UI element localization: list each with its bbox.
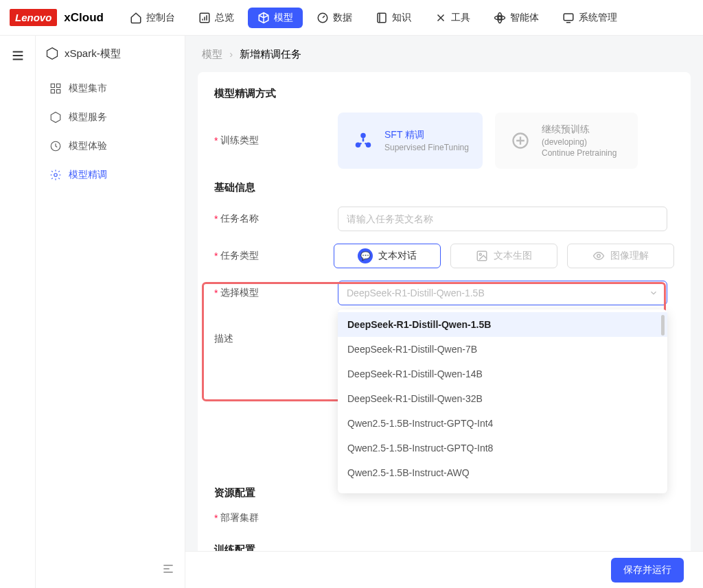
top-navigation: Lenovo xCloud 控制台 总览 模型 数据 知识 工具 智能体 系统管…: [0, 0, 703, 36]
model-option[interactable]: Qwen2.5-3B-Instruct: [338, 485, 667, 493]
nav-label: 模型: [274, 12, 293, 24]
model-option[interactable]: DeepSeek-R1-Distill-Qwen-14B: [338, 362, 667, 386]
main-content: 模型 › 新增精调任务 模型精调方式 *训练类型 SFT 精调 Supervis…: [185, 36, 703, 588]
nav-knowledge[interactable]: 知识: [366, 8, 421, 28]
svg-rect-2: [378, 13, 386, 23]
model-option[interactable]: Qwen2.5-1.5B-Instruct-GPTQ-Int4: [338, 411, 667, 436]
svg-rect-6: [564, 14, 573, 21]
svg-point-12: [54, 174, 58, 177]
screen-icon: [562, 12, 575, 24]
nav-label: 控制台: [146, 12, 175, 24]
nav-agent[interactable]: 智能体: [484, 8, 549, 28]
svg-rect-10: [57, 90, 60, 93]
nav-system[interactable]: 系统管理: [553, 8, 627, 28]
layout: xSpark-模型 模型集市 模型服务 模型体验 模型精调: [0, 36, 703, 588]
method-sft-sub: Supervised FineTuning: [384, 143, 469, 152]
model-dropdown: DeepSeek-R1-Distill-Qwen-1.5B DeepSeek-R…: [338, 309, 667, 493]
section-basic: 基础信息: [214, 181, 674, 194]
svg-point-19: [597, 255, 601, 258]
label-select-model: *选择模型: [214, 287, 338, 299]
cube-icon: [257, 12, 270, 24]
model-option[interactable]: DeepSeek-R1-Distill-Qwen-7B: [338, 337, 667, 362]
label-cluster: *部署集群: [214, 512, 338, 524]
method-sft[interactable]: SFT 精调 Supervised FineTuning: [338, 113, 483, 169]
model-option[interactable]: DeepSeek-R1-Distill-Qwen-32B: [338, 386, 667, 411]
sft-icon: [352, 129, 375, 152]
nav-label: 智能体: [510, 12, 539, 24]
label-train-type: *训练类型: [214, 134, 338, 147]
nav-label: 系统管理: [579, 12, 617, 24]
chart-icon: [198, 12, 211, 24]
eye-icon: [592, 250, 605, 262]
sidebar-menu: 模型集市 模型服务 模型体验 模型精调: [36, 71, 185, 192]
sidebar-item-label: 模型体验: [69, 140, 107, 152]
sidebar-item-label: 模型精调: [69, 169, 107, 181]
gear-icon: [49, 169, 62, 181]
svg-point-13: [360, 133, 366, 139]
sidebar-item-service[interactable]: 模型服务: [36, 103, 185, 132]
nav-label: 数据: [333, 12, 352, 24]
model-option[interactable]: Qwen2.5-1.5B-Instruct-GPTQ-Int8: [338, 436, 667, 460]
svg-rect-17: [477, 251, 487, 261]
type-label: 图像理解: [610, 250, 649, 262]
gauge-icon: [316, 12, 329, 24]
label-task-name: *任务名称: [214, 213, 338, 225]
select-placeholder: DeepSeek-R1-Distill-Qwen-1.5B: [347, 287, 485, 298]
model-select[interactable]: DeepSeek-R1-Distill-Qwen-1.5B: [338, 281, 667, 305]
method-cpt-sub: Continue Pretraining: [542, 148, 616, 158]
sidebar-title: xSpark-模型: [36, 36, 185, 71]
sidebar-item-finetune[interactable]: 模型精调: [36, 161, 185, 189]
method-sft-title: SFT 精调: [384, 129, 469, 141]
row-train-type: *训练类型 SFT 精调 Supervised FineTuning: [214, 113, 674, 169]
breadcrumb-root[interactable]: 模型: [202, 48, 222, 60]
cube-icon: [49, 111, 62, 124]
grid-icon: [49, 82, 62, 95]
sidebar-collapse[interactable]: [161, 562, 175, 578]
type-text-chat[interactable]: 💬 文本对话: [334, 244, 441, 268]
label-description: 描述: [214, 333, 338, 345]
nav-console[interactable]: 控制台: [120, 8, 185, 28]
section-method: 模型精调方式: [214, 87, 674, 100]
row-cluster: *部署集群: [214, 512, 674, 524]
model-option[interactable]: DeepSeek-R1-Distill-Qwen-1.5B: [338, 312, 667, 337]
method-cpt-dev: (developing): [542, 137, 616, 147]
lenovo-logo: Lenovo: [10, 9, 57, 26]
house-icon: [130, 12, 142, 24]
chevron-down-icon: [649, 288, 658, 298]
dropdown-scrollbar[interactable]: [661, 315, 665, 336]
nav-label: 知识: [392, 12, 411, 24]
image-icon: [476, 250, 488, 262]
svg-rect-7: [51, 84, 54, 87]
sidebar-item-label: 模型服务: [69, 111, 107, 124]
sidebar-title-text: xSpark-模型: [65, 47, 121, 60]
tools-icon: [435, 12, 447, 24]
row-select-model: *选择模型 DeepSeek-R1-Distill-Qwen-1.5B Deep…: [214, 281, 674, 305]
footer-bar: 保存并运行: [185, 551, 703, 588]
nav-label: 工具: [451, 12, 470, 24]
type-label: 文本生图: [494, 250, 532, 262]
sidebar-item-market[interactable]: 模型集市: [36, 74, 185, 103]
model-option[interactable]: Qwen2.5-1.5B-Instruct-AWQ: [338, 460, 667, 485]
nav-tools[interactable]: 工具: [425, 8, 480, 28]
nav-data[interactable]: 数据: [307, 8, 362, 28]
atom-icon: [494, 12, 506, 24]
nav-label: 总览: [215, 12, 234, 24]
type-text-to-image: 文本生图: [450, 244, 557, 268]
sidebar-item-label: 模型集市: [69, 82, 107, 95]
hamburger-icon[interactable]: [10, 48, 25, 63]
nav-model[interactable]: 模型: [248, 8, 303, 28]
save-and-run-button[interactable]: 保存并运行: [611, 558, 684, 583]
sidebar-item-experience[interactable]: 模型体验: [36, 132, 185, 161]
task-name-input[interactable]: [338, 207, 667, 231]
sidebar: xSpark-模型 模型集市 模型服务 模型体验 模型精调: [36, 36, 185, 588]
row-task-type: *任务类型 💬 文本对话 文本生图 图像理解: [214, 244, 674, 268]
form-panel: 模型精调方式 *训练类型 SFT 精调 Supervised FineTunin…: [198, 72, 691, 588]
type-image-understand: 图像理解: [567, 244, 674, 268]
method-cpt-title: 继续预训练: [542, 124, 616, 136]
nav-overview[interactable]: 总览: [189, 8, 244, 28]
cpt-icon: [509, 129, 532, 152]
svg-rect-9: [51, 90, 54, 93]
type-label: 文本对话: [378, 250, 417, 262]
chevron-right-icon: ›: [229, 48, 233, 60]
method-continue-pretrain: 继续预训练 (developing) Continue Pretraining: [495, 113, 638, 169]
